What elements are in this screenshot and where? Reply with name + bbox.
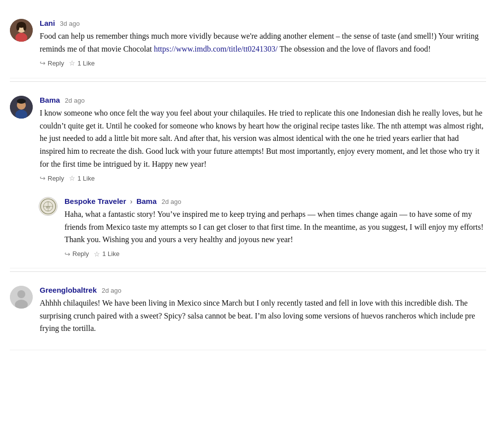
comment-body-greenglobaltrek: Greenglobaltrek 2d ago Ahhhh chilaquiles… — [40, 286, 486, 339]
comment-header-greenglobaltrek: Greenglobaltrek 2d ago — [40, 286, 486, 295]
reply-label-lani: Reply — [48, 60, 64, 67]
svg-point-8 — [17, 99, 26, 104]
avatar-lani — [10, 19, 33, 42]
svg-point-3 — [16, 24, 19, 31]
star-icon-bama: ☆ — [69, 174, 75, 182]
comment-thread-bama: Bama 2d ago I know someone who once felt… — [10, 85, 486, 268]
reply-arrow-icon-bespoke: ↪ — [64, 250, 70, 258]
separator-1 — [10, 81, 486, 82]
comment-thread-lani: Lani 3d ago Food can help us remember th… — [10, 8, 486, 78]
comment-body-bama: Bama 2d ago I know someone who once felt… — [40, 96, 486, 182]
author-greenglobaltrek: Greenglobaltrek — [40, 286, 97, 294]
like-button-lani[interactable]: ☆ 1 Like — [69, 59, 95, 67]
author-bama: Bama — [40, 96, 60, 104]
author-bespoke: Bespoke Traveler — [64, 197, 126, 205]
comment-body-bespoke: Bespoke Traveler › Bama 2d ago Haha, wha… — [64, 197, 486, 258]
like-button-bama[interactable]: ☆ 1 Like — [69, 174, 95, 182]
avatar-bama — [10, 96, 33, 119]
avatar-greenglobaltrek — [10, 286, 33, 309]
comment-body-lani: Lani 3d ago Food can help us remember th… — [40, 19, 486, 67]
svg-point-17 — [17, 290, 25, 298]
comment-header-lani: Lani 3d ago — [40, 19, 486, 28]
svg-point-4 — [23, 24, 26, 31]
imdb-link[interactable]: https://www.imdb.com/title/tt0241303/ — [154, 45, 278, 53]
comment-lani: Lani 3d ago Food can help us remember th… — [10, 14, 486, 72]
reply-arrow-icon: ↪ — [40, 59, 46, 67]
reply-button-bespoke[interactable]: ↪ Reply — [64, 250, 89, 258]
reply-to-bama: Bama — [136, 197, 157, 205]
author-lani: Lani — [40, 19, 55, 27]
comment-greenglobaltrek: Greenglobaltrek 2d ago Ahhhh chilaquiles… — [10, 281, 486, 344]
comment-text-lani: Food can help us remember things much mo… — [40, 30, 486, 55]
comment-text-bespoke: Haha, what a fantastic story! You’ve ins… — [64, 208, 486, 246]
timestamp-bama: 2d ago — [65, 97, 85, 104]
like-count-bama: 1 Like — [77, 175, 95, 182]
nested-comment-bespoke: BT Bespoke Traveler › Bama 2d ago Haha, … — [39, 193, 486, 262]
star-icon-bespoke: ☆ — [94, 250, 100, 258]
comment-actions-bespoke: ↪ Reply ☆ 1 Like — [64, 250, 486, 258]
avatar-bespoke: BT — [39, 197, 58, 216]
comment-bespoke: BT Bespoke Traveler › Bama 2d ago Haha, … — [39, 193, 486, 262]
reply-label-bespoke: Reply — [72, 250, 89, 257]
timestamp-greenglobaltrek: 2d ago — [102, 287, 122, 294]
reply-label-bama: Reply — [48, 175, 64, 182]
star-icon-lani: ☆ — [69, 59, 75, 67]
reply-button-lani[interactable]: ↪ Reply — [40, 59, 64, 67]
timestamp-bespoke: 2d ago — [162, 198, 182, 205]
reply-arrow-icon-bama: ↪ — [40, 174, 46, 182]
comment-text-greenglobaltrek: Ahhhh chilaquiles! We have been living i… — [40, 297, 486, 335]
reply-to-arrow: › — [130, 197, 132, 205]
reply-button-bama[interactable]: ↪ Reply — [40, 174, 64, 182]
svg-text:BT: BT — [46, 205, 50, 209]
separator-2 — [10, 271, 486, 272]
comment-text-bama: I know someone who once felt the way you… — [40, 107, 486, 170]
comment-header-bama: Bama 2d ago — [40, 96, 486, 105]
comment-header-bespoke: Bespoke Traveler › Bama 2d ago — [64, 197, 486, 206]
comment-actions-bama: ↪ Reply ☆ 1 Like — [40, 174, 486, 182]
like-count-bespoke: 1 Like — [102, 250, 120, 257]
like-count-lani: 1 Like — [77, 60, 95, 67]
timestamp-lani: 3d ago — [60, 20, 80, 27]
like-button-bespoke[interactable]: ☆ 1 Like — [94, 250, 120, 258]
comment-actions-lani: ↪ Reply ☆ 1 Like — [40, 59, 486, 67]
comment-bama: Bama 2d ago I know someone who once felt… — [10, 91, 486, 187]
comment-thread-greenglobaltrek: Greenglobaltrek 2d ago Ahhhh chilaquiles… — [10, 275, 486, 350]
